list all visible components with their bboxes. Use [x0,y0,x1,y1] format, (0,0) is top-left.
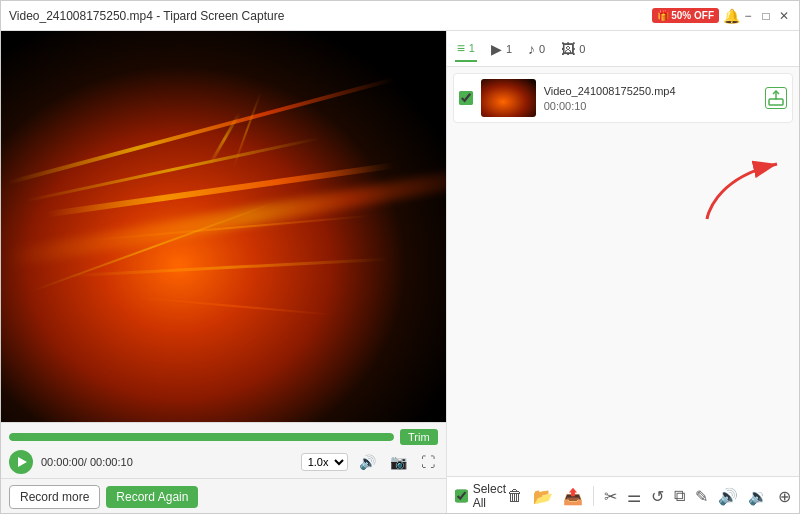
play-count: 1 [506,43,512,55]
progress-track[interactable] [9,433,394,441]
select-all-checkbox[interactable] [455,489,468,503]
minimize-button[interactable]: − [741,9,755,23]
image-count: 0 [579,43,585,55]
music-count: 0 [539,43,545,55]
promo-badge[interactable]: 🎁 50% OFF [652,8,719,23]
right-panel: ≡ 1 ▶ 1 ♪ 0 🖼 0 [446,31,799,514]
volume-icon[interactable]: 🔊 [356,453,379,471]
close-button[interactable]: ✕ [777,9,791,23]
file-item: Video_241008175250.mp4 00:00:10 [453,73,793,123]
more-button[interactable]: ⊕ [778,487,791,506]
record-again-button[interactable]: Record Again [106,486,198,508]
title-bar: Video_241008175250.mp4 - Tipard Screen C… [1,1,799,31]
right-tabs: ≡ 1 ▶ 1 ♪ 0 🖼 0 [447,31,799,67]
tab-video[interactable]: ≡ 1 [455,36,477,62]
adjust-button[interactable]: ⚌ [627,487,641,506]
video-background [1,31,446,422]
file-duration: 00:00:10 [544,100,757,112]
scissors-button[interactable]: ✂ [604,487,617,506]
delete-button[interactable]: 🗑 [507,487,523,505]
record-more-button[interactable]: Record more [9,485,100,509]
tab-image[interactable]: 🖼 0 [559,37,587,61]
camera-icon[interactable]: 📷 [387,453,410,471]
trim-button[interactable]: Trim [400,429,438,445]
right-bottom-toolbar: Select All 🗑 📂 📤 ✂ ⚌ ↺ ⧉ ✎ 🔊 🔉 ⊕ [447,476,799,514]
progress-bar-row: Trim [9,429,438,445]
time-display: 00:00:00/ 00:00:10 [41,456,133,468]
export-icon [768,90,784,106]
maximize-button[interactable]: □ [759,9,773,23]
action-icons: 🗑 📂 📤 ✂ ⚌ ↺ ⧉ ✎ 🔊 🔉 ⊕ [507,486,791,506]
title-bar-left: Video_241008175250.mp4 - Tipard Screen C… [9,9,284,23]
red-arrow-annotation [702,149,792,229]
file-info: Video_241008175250.mp4 00:00:10 [544,85,757,112]
left-panel: Trim 00:00:00/ 00:00:10 0.5x 1.0x 1.5x 2… [1,31,446,514]
list-icon: ≡ [457,40,465,56]
export-button[interactable] [765,87,787,109]
thumbnail-background [481,79,536,117]
folder-button[interactable]: 📂 [533,487,553,506]
play-icon [18,457,27,467]
file-checkbox[interactable] [459,91,473,105]
copy-button[interactable]: ⧉ [674,487,685,505]
tab-play[interactable]: ▶ 1 [489,37,514,61]
volume-down-button[interactable]: 🔉 [748,487,768,506]
progress-fill [9,433,394,441]
file-thumbnail [481,79,536,117]
main-layout: Trim 00:00:00/ 00:00:10 0.5x 1.0x 1.5x 2… [1,31,799,514]
video-area [1,31,446,422]
play-button[interactable] [9,450,33,474]
edit-button[interactable]: ✎ [695,487,708,506]
title-bar-controls: 🎁 50% OFF 🔔 − □ ✕ [652,8,791,24]
music-icon: ♪ [528,41,535,57]
speed-selector[interactable]: 0.5x 1.0x 1.5x 2.0x [301,453,348,471]
share-button[interactable]: 📤 [563,487,583,506]
play-tab-icon: ▶ [491,41,502,57]
audio-button[interactable]: 🔊 [718,487,738,506]
fullscreen-icon[interactable]: ⛶ [418,453,438,471]
file-list: Video_241008175250.mp4 00:00:10 [447,67,799,476]
select-all-area: Select All [455,482,507,510]
image-icon: 🖼 [561,41,575,57]
bottom-bar: Record more Record Again [1,478,446,514]
app-title: Video_241008175250.mp4 - Tipard Screen C… [9,9,284,23]
rotate-button[interactable]: ↺ [651,487,664,506]
playback-row: 00:00:00/ 00:00:10 0.5x 1.0x 1.5x 2.0x 🔊… [9,450,438,474]
file-name: Video_241008175250.mp4 [544,85,757,97]
progress-handle [11,433,21,441]
video-count: 1 [469,42,475,54]
controls-bar: Trim 00:00:00/ 00:00:10 0.5x 1.0x 1.5x 2… [1,422,446,478]
tab-music[interactable]: ♪ 0 [526,37,547,61]
select-all-label: Select All [473,482,507,510]
